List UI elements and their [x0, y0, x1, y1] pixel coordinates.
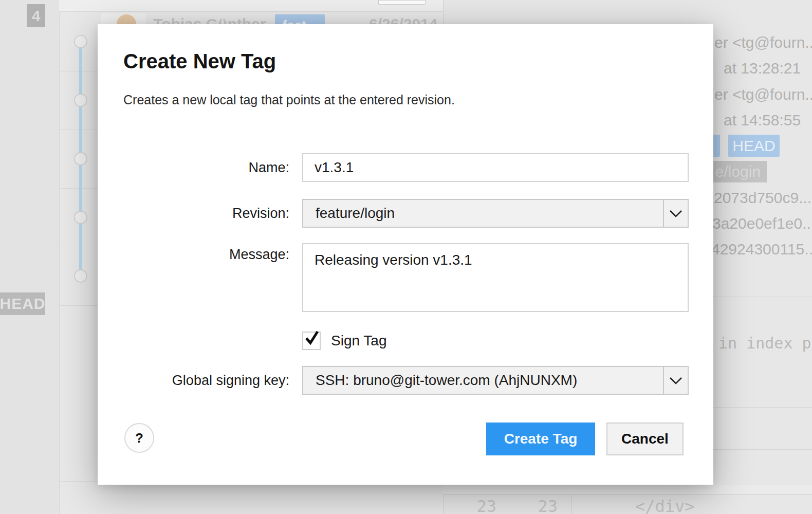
- signing-key-dropdown[interactable]: SSH: bruno@git-tower.com (AhjNUNXM): [302, 366, 689, 395]
- gutter-divider: [507, 494, 507, 514]
- sign-tag-checkbox[interactable]: [302, 332, 321, 350]
- authored-time-line: at 13:28:21: [724, 60, 801, 77]
- name-label: Name:: [123, 153, 289, 182]
- app-window: 4 HEAD Tobias Günther feat... 6/26/2014 …: [0, 0, 812, 514]
- commit-node: [74, 269, 87, 283]
- commit-node: [74, 211, 87, 224]
- commit-count-badge: 4: [27, 4, 45, 27]
- sign-tag-label: Sign Tag: [331, 332, 386, 350]
- signing-key-label: Global signing key:: [123, 366, 289, 395]
- diff-row-highlight: [443, 485, 812, 494]
- gutter-divider: [571, 494, 572, 514]
- committed-time-line: at 14:58:55: [724, 112, 801, 129]
- parent-hash: 42924300115...: [711, 241, 812, 258]
- commit-node: [74, 152, 87, 166]
- create-new-tag-dialog: Create New Tag Creates a new local tag t…: [98, 24, 713, 485]
- new-line-number: 23: [508, 497, 558, 514]
- check-icon: [304, 329, 320, 348]
- commit-hash: 2073d750c9...: [714, 189, 811, 207]
- tree-hash: 3a20e0ef1e0...: [712, 215, 812, 232]
- revision-label: Revision:: [123, 199, 289, 228]
- help-button[interactable]: ?: [124, 423, 154, 453]
- revision-value: feature/login: [303, 205, 395, 222]
- head-ref-badge: HEAD: [728, 135, 780, 157]
- dialog-title: Create New Tag: [123, 50, 276, 73]
- row-divider: [59, 11, 443, 12]
- message-textarea[interactable]: Releasing version v1.3.1: [302, 243, 689, 312]
- cancel-button[interactable]: Cancel: [606, 423, 684, 455]
- commit-node: [74, 35, 87, 48]
- message-label: Message:: [123, 243, 289, 266]
- commit-node: [74, 94, 87, 107]
- author-email-line: er <tg@fourn...: [714, 34, 812, 51]
- diff-header-text: in index p: [718, 334, 811, 352]
- dialog-subtitle: Creates a new local tag that points at t…: [123, 93, 455, 107]
- old-line-number: 23: [444, 497, 496, 514]
- gutter-top-border: [443, 494, 812, 495]
- chevron-down-icon[interactable]: [663, 200, 688, 227]
- message-value: Releasing version v1.3.1: [303, 244, 472, 268]
- committer-email-line: er <tg@fourn...: [714, 86, 812, 103]
- diff-code-line: </div>: [635, 497, 695, 514]
- chevron-down-icon[interactable]: [663, 367, 688, 394]
- search-box-fragment: [378, 0, 426, 5]
- signing-key-value: SSH: bruno@git-tower.com (AhjNUNXM): [303, 372, 577, 389]
- revision-dropdown[interactable]: feature/login: [302, 199, 689, 228]
- create-tag-button[interactable]: Create Tag: [486, 423, 595, 455]
- head-sidebar-badge: HEAD: [0, 292, 45, 315]
- name-input[interactable]: [302, 153, 689, 182]
- left-sidebar: [0, 0, 59, 514]
